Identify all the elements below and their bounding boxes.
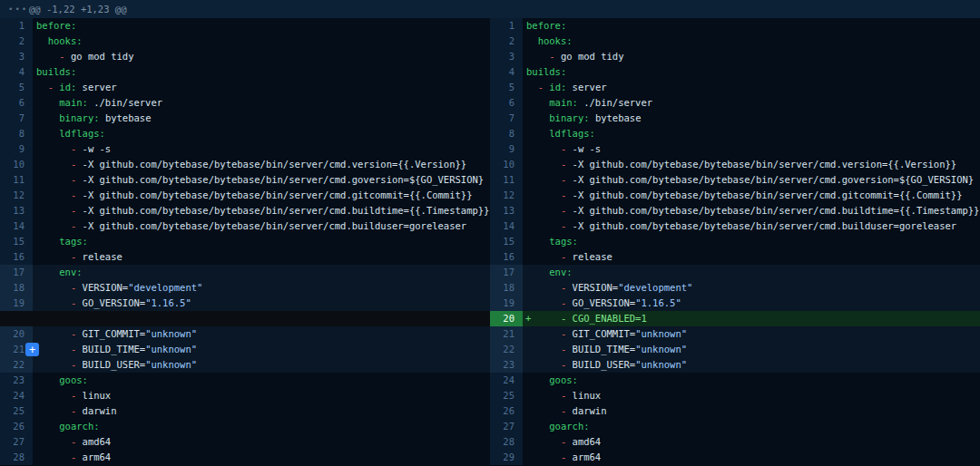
line-number[interactable]: 27 [490,419,523,434]
line-number[interactable]: 10 [0,157,33,172]
line-number[interactable]: 3 [0,49,33,64]
code-line: - VERSION="development" [33,280,490,296]
syntax-token: goos: [549,374,578,385]
line-number[interactable]: 2 [490,34,523,49]
syntax-token: tags: [549,236,578,247]
line-number[interactable]: 27 [0,434,33,450]
diff-row: 28 - amd64 [490,434,980,450]
diff-row: 21 - GIT_COMMIT="unknown" [490,326,980,342]
code-line: - -w -s [523,141,980,157]
line-number[interactable]: 17 [490,265,523,280]
diff-row: 1before: [490,18,980,34]
code-line: - BUILD_TIME="unknown" [33,342,490,357]
line-number[interactable]: 3 [490,49,523,64]
code-line: before: [523,18,980,34]
line-number[interactable]: 15 [0,234,33,249]
line-number[interactable]: 9 [0,141,33,157]
diff-row: 20 - GIT_COMMIT="unknown" [0,326,490,342]
line-number[interactable]: 20 [490,311,523,326]
line-number[interactable]: 28 [0,450,33,465]
line-number[interactable]: 19 [490,296,523,311]
syntax-token: bytebase [100,112,152,123]
line-number[interactable]: 25 [490,388,523,403]
line-number[interactable]: 10 [490,157,523,172]
syntax-token: "unknown" [635,359,687,370]
line-number[interactable]: 9 [490,141,523,157]
line-number[interactable]: 24 [490,373,523,388]
line-number[interactable]: 5 [0,80,33,95]
diff-row: 6 main: ./bin/server [490,95,980,111]
line-number[interactable]: 13 [0,203,33,218]
diff-row: 13 - -X github.com/bytebase/bytebase/bin… [0,203,490,218]
line-number[interactable]: 13 [490,203,523,218]
syntax-token [526,251,561,262]
line-number[interactable]: 24 [0,388,33,403]
line-number[interactable]: 7 [0,111,33,126]
line-number[interactable]: 5 [490,80,523,95]
line-number[interactable]: 18 [0,280,33,296]
line-number[interactable]: 26 [0,419,33,434]
syntax-token: VERSION= [566,282,618,293]
syntax-token: builds: [36,66,76,77]
line-number[interactable]: 2 [0,34,33,49]
line-number[interactable]: 26 [490,403,523,419]
line-number[interactable]: 11 [490,172,523,188]
line-number[interactable]: 23 [490,357,523,373]
line-number[interactable]: 1 [0,18,33,34]
line-number[interactable]: 4 [0,64,33,80]
line-number[interactable]: 29 [490,450,523,465]
code-line: ldflags: [33,126,490,141]
syntax-token [526,143,561,154]
line-number[interactable]: 14 [0,218,33,234]
diff-row: 5 - id: server [0,80,490,95]
line-number[interactable]: 28 [490,434,523,450]
syntax-token: server [76,82,116,92]
syntax-token: hooks: [538,35,573,46]
syntax-token: binary: [549,112,589,123]
diff-row: 1before: [0,18,490,34]
line-number[interactable]: 20 [0,326,33,342]
line-number[interactable]: 1 [490,18,523,34]
code-line: - GO_VERSION="1.16.5" [523,296,980,311]
line-number[interactable]: 22 [490,342,523,357]
line-number[interactable]: 14 [490,218,523,234]
syntax-token [526,344,561,354]
line-number[interactable] [0,311,33,326]
line-number[interactable]: 4 [490,64,523,80]
syntax-token [526,421,549,432]
syntax-token [36,251,71,262]
code-line: - VERSION="development" [523,280,980,296]
line-number[interactable]: 12 [0,188,33,203]
diff-row: 24 - linux [0,388,490,403]
line-number[interactable]: 25 [0,403,33,419]
add-comment-button[interactable]: + [25,343,39,356]
diff-pane-old: 1before:2 hooks:3 - go mod tidy4builds:5… [0,18,490,466]
code-line [33,311,490,326]
line-number[interactable]: 8 [0,126,33,141]
line-number[interactable]: 16 [0,249,33,265]
syntax-token: ldflags: [59,128,105,139]
code-line: builds: [33,64,490,80]
line-number[interactable]: 23 [0,373,33,388]
syntax-token: goarch: [59,421,99,432]
line-number[interactable]: 21 [490,326,523,342]
diff-row: 16 - release [490,249,980,265]
line-number[interactable]: 19 [0,296,33,311]
syntax-token: "development" [618,282,692,293]
code-line: main: ./bin/server [33,95,490,111]
line-number[interactable]: 8 [490,126,523,141]
overflow-menu-icon[interactable]: ••• [0,5,29,14]
line-number[interactable]: 15 [490,234,523,249]
line-number[interactable]: 11 [0,172,33,188]
code-line: - GIT_COMMIT="unknown" [523,326,980,342]
line-number[interactable]: 7 [490,111,523,126]
line-number[interactable]: 22 [0,357,33,373]
syntax-token [36,282,71,293]
line-number[interactable]: 6 [0,95,33,111]
line-number[interactable]: 6 [490,95,523,111]
line-number[interactable]: 16 [490,249,523,265]
syntax-token: "unknown" [145,344,197,354]
line-number[interactable]: 12 [490,188,523,203]
line-number[interactable]: 18 [490,280,523,296]
line-number[interactable]: 17 [0,265,33,280]
